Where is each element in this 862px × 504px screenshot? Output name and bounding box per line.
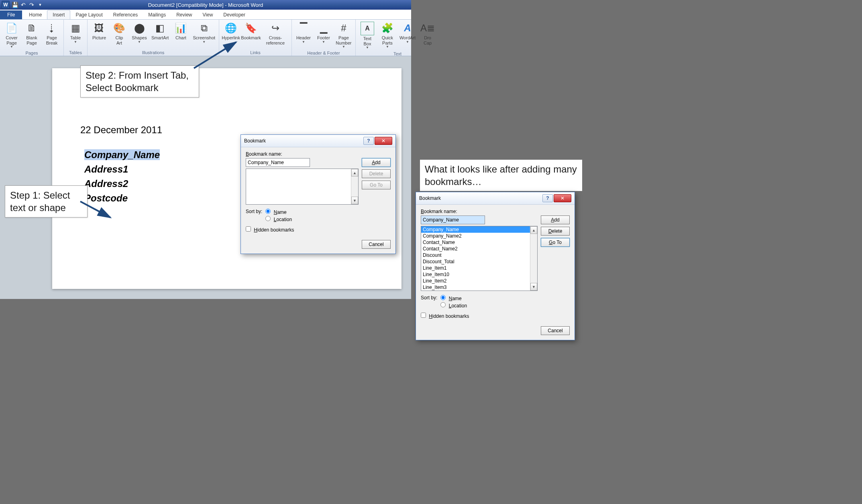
dialog2-list-item[interactable]: Line_Item4 <box>421 291 537 291</box>
dialog2-delete-button[interactable]: Delete <box>541 227 570 236</box>
undo-icon[interactable]: ↶ <box>20 2 26 8</box>
blank-page-icon: 🗎 <box>25 22 38 35</box>
tab-review[interactable]: Review <box>171 10 197 19</box>
crossref-button[interactable]: ↪Cross-reference <box>261 20 290 47</box>
dialog1-name-77[interactable] <box>246 158 310 167</box>
dialog1-title: Bookmark <box>244 138 266 144</box>
dialog1-name-label: Bookmark name: <box>246 151 391 157</box>
blank-page-button[interactable]: 🗎Blank Page <box>22 20 42 47</box>
clipart-button[interactable]: 🎨Clip Art <box>109 20 129 47</box>
callout-step2: Step 2: From Insert Tab, Select Bookmark <box>80 65 199 98</box>
quick-access-toolbar: W 💾 ↶ ↷ ▼ <box>0 1 43 9</box>
header-button[interactable]: ▔Header▼ <box>293 20 314 45</box>
dialog2-cancel-button[interactable]: Cancel <box>541 326 570 335</box>
scroll-up-icon[interactable]: ▲ <box>351 169 358 177</box>
dialog2-list[interactable]: Company_NameCompany_Name2Contact_NameCon… <box>421 226 538 291</box>
chart-icon: 📊 <box>174 22 187 35</box>
scroll-down-icon[interactable]: ▼ <box>530 283 537 291</box>
group-links: 🌐Hyperlink 🔖Bookmark ↪Cross-reference Li… <box>219 20 292 56</box>
save-icon[interactable]: 💾 <box>12 2 18 8</box>
tab-view[interactable]: View <box>198 10 218 19</box>
dialog2-list-item[interactable]: Company_Name <box>421 226 537 233</box>
smartart-button[interactable]: ◧SmartArt <box>149 20 171 42</box>
page-number-button[interactable]: #Page Number▼ <box>334 20 354 50</box>
dialog2-add-button[interactable]: Add <box>541 215 570 224</box>
tab-page-layout[interactable]: Page Layout <box>70 10 108 19</box>
titlebar: W 💾 ↶ ↷ ▼ Document2 [Compatibility Mode]… <box>0 0 411 10</box>
group-pages: 📄Cover Page▼ 🗎Blank Page ⭭Page Break Pag… <box>0 20 64 56</box>
quickparts-button[interactable]: 🧩Quick Parts▼ <box>377 20 397 50</box>
ribbon-tabs: File Home Insert Page Layout References … <box>0 10 411 20</box>
dialog2-list-item[interactable]: Contact_Name2 <box>421 246 537 252</box>
group-pages-label: Pages <box>2 50 62 56</box>
tab-file[interactable]: File <box>0 10 22 19</box>
tab-insert[interactable]: Insert <box>47 10 70 19</box>
tab-references[interactable]: References <box>108 10 143 19</box>
dropcap-button[interactable]: A≣Dro Cap <box>418 20 438 47</box>
bookmark-dialog-1: Bookmark ? ✕ Bookmark name: ▲ ▼ Add Dele <box>240 134 396 254</box>
dialog2-list-item[interactable]: Discount_Total <box>421 258 537 265</box>
dialog1-close-button[interactable]: ✕ <box>375 137 392 145</box>
dialog2-titlebar[interactable]: Bookmark ? ✕ <box>416 192 575 205</box>
dialog2-sortby-label: Sort by: <box>421 295 437 301</box>
picture-button[interactable]: 🖼Picture <box>89 20 109 42</box>
dialog2-list-item[interactable]: Discount <box>421 252 537 258</box>
dialog2-list-item[interactable]: Company_Name2 <box>421 233 537 239</box>
scroll-up-icon[interactable]: ▲ <box>530 226 537 234</box>
dialog1-add-button[interactable]: Add <box>362 158 391 167</box>
dialog1-list[interactable]: ▲ ▼ <box>246 169 359 205</box>
dialog1-help-button[interactable]: ? <box>363 137 374 145</box>
dialog2-list-item[interactable]: Line_Item3 <box>421 284 537 291</box>
group-tables-label: Tables <box>65 49 86 56</box>
redo-icon[interactable]: ↷ <box>29 2 35 8</box>
dialog2-list-item[interactable]: Line_Item1 <box>421 265 537 271</box>
dialog2-hidden-check[interactable]: Hidden bookmarks <box>421 313 469 319</box>
tab-mailings[interactable]: Mailings <box>143 10 171 19</box>
dialog1-titlebar[interactable]: Bookmark ? ✕ <box>241 135 395 147</box>
clipart-icon: 🎨 <box>113 22 126 35</box>
dialog2-help-button[interactable]: ? <box>542 194 553 202</box>
textbox-button[interactable]: AText Box▼ <box>357 20 377 51</box>
dialog2-goto-button[interactable]: Go To <box>541 238 570 247</box>
tab-home[interactable]: Home <box>24 10 47 19</box>
table-button[interactable]: ▦Table▼ <box>65 20 86 45</box>
chart-button[interactable]: 📊Chart <box>171 20 191 42</box>
callout-after: What it looks like after adding many boo… <box>420 160 582 191</box>
group-text: AText Box▼ 🧩Quick Parts▼ AWordArt▼ A≣Dro… <box>356 20 439 56</box>
dialog1-radio-name[interactable]: Name <box>265 209 292 215</box>
header-icon: ▔ <box>297 22 310 35</box>
scroll-down-icon[interactable]: ▼ <box>351 197 358 204</box>
dialog1-cancel-button[interactable]: Cancel <box>362 240 391 249</box>
dialog2-list-item[interactable]: Line_Item2 <box>421 278 537 284</box>
group-tables: ▦Table▼ Tables <box>64 20 88 56</box>
dialog2-radio-location[interactable]: Location <box>440 302 467 309</box>
dialog2-scrollbar[interactable]: ▲ ▼ <box>530 226 537 291</box>
wordart-button[interactable]: AWordArt▼ <box>397 20 418 45</box>
footer-button[interactable]: ▁Footer▼ <box>314 20 334 45</box>
dialog1-radio-location[interactable]: Location <box>265 216 292 222</box>
shapes-button[interactable]: ⬤Shapes▼ <box>129 20 149 45</box>
quickparts-icon: 🧩 <box>381 22 394 35</box>
footer-icon: ▁ <box>317 22 330 35</box>
dialog2-name-input[interactable] <box>421 215 485 224</box>
ribbon-body: 📄Cover Page▼ 🗎Blank Page ⭭Page Break Pag… <box>0 20 411 56</box>
dialog2-list-item[interactable]: Contact_Name <box>421 239 537 246</box>
dialog2-close-button[interactable]: ✕ <box>554 194 571 202</box>
tab-developer[interactable]: Developer <box>218 10 251 19</box>
page-break-button[interactable]: ⭭Page Break <box>42 20 62 47</box>
dialog2-radio-name[interactable]: Name <box>440 295 467 301</box>
dialog2-list-item[interactable]: Line_Item10 <box>421 271 537 278</box>
screenshot-button[interactable]: ⧉Screenshot▼ <box>191 20 217 45</box>
hyperlink-button[interactable]: 🌐Hyperlink <box>221 20 241 42</box>
bookmark-button[interactable]: 🔖Bookmark <box>241 20 261 42</box>
cover-page-icon: 📄 <box>5 22 18 35</box>
dialog1-scrollbar[interactable]: ▲ ▼ <box>351 169 358 204</box>
field-company-selected[interactable]: Company_Name <box>84 149 160 160</box>
cover-page-button[interactable]: 📄Cover Page▼ <box>2 20 22 50</box>
qat-dropdown-icon[interactable]: ▼ <box>37 2 43 8</box>
dialog1-hidden-check[interactable]: Hidden bookmarks <box>246 226 294 233</box>
document-title: Document2 [Compatibility Mode] - Microso… <box>148 2 263 8</box>
dialog1-delete-button: Delete <box>362 169 391 178</box>
bookmark-dialog-2: Bookmark ? ✕ Bookmark name: Company_Name… <box>416 192 575 340</box>
smartart-icon: ◧ <box>154 22 167 35</box>
